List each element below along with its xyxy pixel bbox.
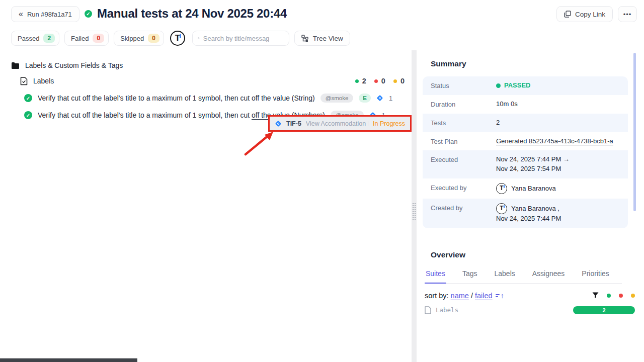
folder-label: Labels & Custom Fields & Tags xyxy=(25,61,123,69)
failed-count-badge: 0 xyxy=(93,34,104,43)
smoke-tag-pill[interactable]: @smoke xyxy=(320,94,354,103)
executed-value: Nov 24, 2025 7:44 PM → Nov 24, 2025 7:54… xyxy=(496,155,570,174)
test-plan-link[interactable]: Generated 8523745a-413c-4738-bcb1-a xyxy=(496,137,613,146)
tree-suite-row[interactable]: Labels 2 0 0 xyxy=(20,74,405,88)
summary-row-duration: Duration 10m 0s xyxy=(423,95,628,114)
suite-file-icon xyxy=(425,306,431,314)
pane-resizer[interactable] xyxy=(412,50,417,362)
issue-count: 1 xyxy=(389,95,392,102)
back-chevron-icon: « xyxy=(19,10,23,18)
tests-value: 2 xyxy=(496,118,500,128)
run-report-page: « Run #98fa1a71 ✓ Manual tests at 24 Nov… xyxy=(0,0,644,362)
failed-filter-label: Failed xyxy=(71,35,89,42)
artifact-badge[interactable]: E xyxy=(359,94,371,103)
sort-row: sort by: name / failed ↑ xyxy=(425,292,635,300)
tab-tags[interactable]: Tags xyxy=(461,266,478,283)
folder-icon xyxy=(11,62,20,69)
executed-by-value: T Yana Baranova xyxy=(496,183,556,194)
tab-suites[interactable]: Suites xyxy=(425,266,446,284)
passed-count-badge: 2 xyxy=(43,34,55,43)
jira-issue-icon[interactable] xyxy=(376,95,383,102)
filter-funnel-icon[interactable] xyxy=(592,292,599,299)
bottom-bar xyxy=(0,358,137,362)
overview-heading: Overview xyxy=(431,250,644,259)
overview-suite-link[interactable]: Labels xyxy=(436,306,458,314)
status-value: PASSED xyxy=(496,81,531,90)
passed-dot-icon xyxy=(355,79,359,83)
skipped-dot-icon xyxy=(393,79,397,83)
summary-row-executed: Executed Nov 24, 2025 7:44 PM → Nov 24, … xyxy=(423,150,628,178)
jira-issue-icon xyxy=(275,120,282,127)
suite-file-icon xyxy=(20,77,28,85)
duration-label: Duration xyxy=(431,100,496,108)
copy-icon xyxy=(564,11,571,18)
created-by-label: Created by xyxy=(431,203,496,212)
legend-failed-dot xyxy=(619,294,623,298)
test-passed-icon: ✓ xyxy=(24,111,32,119)
summary-table: Status PASSED Duration 10m 0s Tests 2 Te… xyxy=(423,76,628,228)
search-box xyxy=(192,31,289,46)
passed-check-icon: ✓ xyxy=(85,10,92,18)
header: « Run #98fa1a71 ✓ Manual tests at 24 Nov… xyxy=(0,0,644,28)
executed-label: Executed xyxy=(431,155,496,163)
copy-link-label: Copy Link xyxy=(575,11,605,18)
jira-issue-tooltip[interactable]: TIF-5 View Accommodation Det... In Progr… xyxy=(268,115,412,132)
failed-dot-icon xyxy=(374,79,378,83)
sort-lines-icon xyxy=(496,294,500,297)
filter-bar: Passed 2 Failed 0 Skipped 0 T xyxy=(11,31,350,46)
sort-separator: / xyxy=(471,292,473,300)
executed-by-label: Executed by xyxy=(431,183,496,192)
status-dot-icon xyxy=(496,83,501,88)
tab-priorities[interactable]: Priorities xyxy=(581,266,610,283)
status-legend xyxy=(592,292,635,299)
legend-skipped-dot xyxy=(631,294,635,298)
legend-passed-dot xyxy=(607,294,611,298)
back-to-run-button[interactable]: « Run #98fa1a71 xyxy=(11,6,79,22)
search-icon xyxy=(198,35,200,42)
sidebar-scrollbar[interactable] xyxy=(633,53,636,211)
sort-by-name-link[interactable]: name xyxy=(451,292,469,300)
overview-tabs: Suites Tags Labels Assignees Priorities xyxy=(425,266,622,284)
tab-labels[interactable]: Labels xyxy=(494,266,516,283)
status-label: Status xyxy=(431,81,496,89)
sort-by-failed-link[interactable]: failed xyxy=(475,292,493,300)
tab-assignees[interactable]: Assignees xyxy=(531,266,566,283)
test-tree-pane: Labels & Custom Fields & Tags Labels 2 0 xyxy=(0,52,412,359)
avatar-accent-mark xyxy=(504,205,505,208)
user-filter-avatar[interactable]: T xyxy=(170,31,185,46)
user-avatar: T xyxy=(496,203,507,214)
suite-label: Labels xyxy=(33,77,54,85)
overview-labels-row[interactable]: Labels 2 xyxy=(425,306,635,314)
issue-status-badge: In Progress xyxy=(373,120,405,127)
skipped-filter-chip[interactable]: Skipped 0 xyxy=(114,31,164,46)
tree-view-icon xyxy=(301,35,309,42)
issue-key[interactable]: TIF-5 xyxy=(286,120,301,127)
passed-filter-label: Passed xyxy=(18,35,39,42)
summary-heading: Summary xyxy=(431,59,644,68)
copy-link-button[interactable]: Copy Link xyxy=(556,6,613,22)
summary-row-tests: Tests 2 xyxy=(423,114,628,132)
summary-row-status: Status PASSED xyxy=(423,76,628,95)
issue-title: View Accommodation Det... xyxy=(306,120,368,127)
resizer-grip-icon xyxy=(412,203,416,220)
summary-row-test-plan: Test Plan Generated 8523745a-413c-4738-b… xyxy=(423,132,628,151)
suite-passed-count: 2 xyxy=(355,77,366,85)
failed-filter-chip[interactable]: Failed 0 xyxy=(64,31,109,46)
sort-direction-arrow-icon[interactable]: ↑ xyxy=(501,292,504,300)
avatar-accent-mark xyxy=(180,34,181,38)
suite-skipped-count: 0 xyxy=(393,77,405,85)
search-input[interactable] xyxy=(203,35,284,42)
more-actions-button[interactable]: ••• xyxy=(618,6,637,22)
sort-by-label: sort by: xyxy=(425,292,449,300)
passed-bar-segment: 2 xyxy=(573,306,635,314)
test-title: Verify that cut off the label's title to… xyxy=(38,94,315,102)
ellipsis-icon: ••• xyxy=(623,11,632,18)
tree-view-label: Tree View xyxy=(313,35,343,42)
suite-status-counts: 2 0 0 xyxy=(355,74,405,88)
test-row-string[interactable]: ✓ Verify that cut off the label's title … xyxy=(24,91,412,105)
tree-view-button[interactable]: Tree View xyxy=(294,31,350,46)
passed-filter-chip[interactable]: Passed 2 xyxy=(11,31,59,46)
tree-folder-row[interactable]: Labels & Custom Fields & Tags xyxy=(11,58,412,72)
summary-row-executed-by: Executed by T Yana Baranova xyxy=(423,178,628,199)
summary-row-created-by: Created by T Yana Baranova , Nov 24, 202… xyxy=(423,199,628,228)
